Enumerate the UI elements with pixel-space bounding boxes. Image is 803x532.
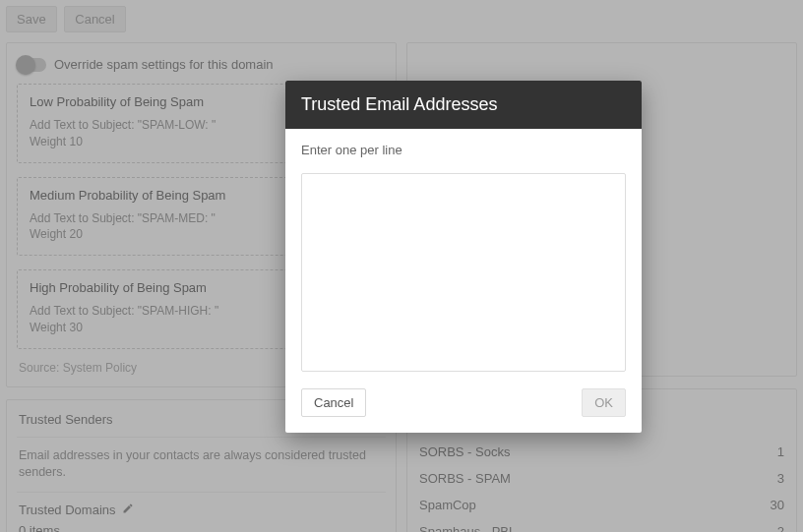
trusted-email-textarea[interactable]: [301, 173, 626, 372]
modal-cancel-button[interactable]: Cancel: [301, 388, 366, 417]
modal-instruction: Enter one per line: [301, 143, 626, 157]
modal-title: Trusted Email Addresses: [285, 81, 642, 129]
trusted-email-modal: Trusted Email Addresses Enter one per li…: [285, 81, 642, 433]
modal-ok-button[interactable]: OK: [582, 388, 626, 417]
